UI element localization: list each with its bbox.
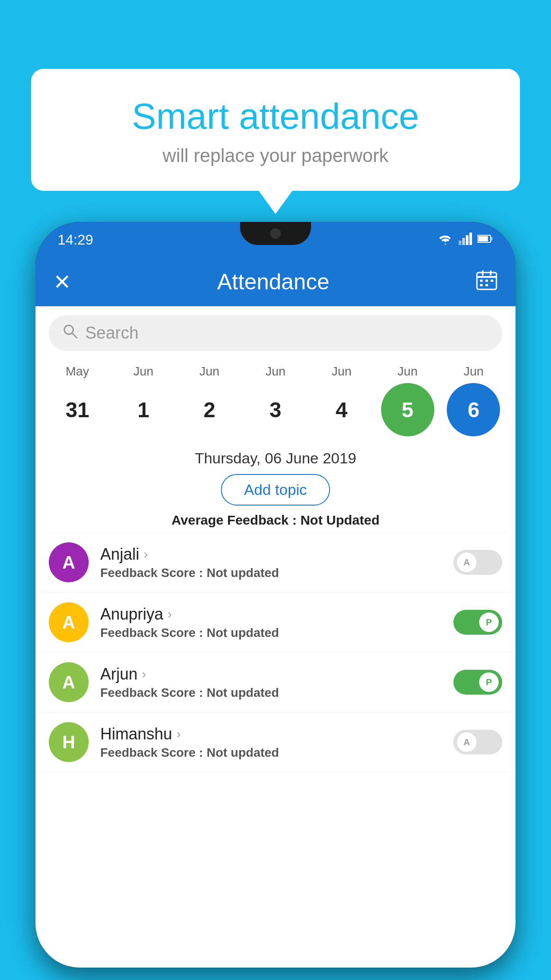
status-time: 14:29 (58, 232, 93, 248)
toggle-anupriya[interactable]: P (453, 610, 502, 635)
camera-dot (270, 228, 281, 239)
avg-feedback: Average Feedback : Not Updated (44, 513, 507, 528)
student-item-himanshu[interactable]: H Himanshu › Feedback Score : Not update… (35, 712, 516, 772)
svg-rect-1 (462, 238, 465, 245)
date-item-4[interactable]: 4 (315, 383, 368, 436)
calendar-month-6[interactable]: Jun (447, 364, 500, 379)
app-bar: ✕ Attendance (35, 257, 516, 306)
student-name-anjali: Anjali › (100, 545, 453, 564)
bubble-title: Smart attendance (58, 95, 493, 137)
search-input-wrapper[interactable]: Search (49, 315, 502, 351)
wifi-icon (437, 233, 453, 247)
status-bar: 14:29 (35, 222, 516, 257)
chevron-icon-anupriya: › (168, 607, 172, 621)
student-avatar-arjun: A (49, 662, 89, 702)
svg-rect-2 (466, 235, 468, 245)
calendar-month-5[interactable]: Jun (381, 364, 434, 379)
phone-container: 14:29 (35, 222, 516, 980)
phone-screen: ✕ Attendance (35, 257, 516, 968)
date-item-2[interactable]: 2 (183, 383, 236, 436)
calendar-month-1[interactable]: Jun (117, 364, 170, 379)
search-bar: Search (35, 306, 516, 356)
student-name-himanshu: Himanshu › (100, 725, 453, 743)
student-feedback-anjali: Feedback Score : Not updated (100, 566, 453, 580)
avg-feedback-value: Not Updated (300, 513, 379, 527)
chevron-icon-anjali: › (144, 547, 148, 561)
search-placeholder: Search (85, 324, 138, 343)
student-avatar-anjali: A (49, 542, 89, 582)
signal-icon (459, 233, 472, 247)
student-feedback-himanshu: Feedback Score : Not updated (100, 746, 453, 760)
student-avatar-anupriya: A (49, 602, 89, 642)
svg-rect-8 (477, 276, 496, 278)
selected-date-text: Thursday, 06 June 2019 (44, 450, 507, 467)
svg-rect-6 (478, 236, 488, 241)
svg-rect-12 (485, 280, 488, 282)
calendar-months-row: May Jun Jun Jun Jun Jun Jun (35, 356, 516, 381)
svg-line-17 (72, 333, 77, 338)
student-info-anupriya: Anupriya › Feedback Score : Not updated (89, 605, 453, 640)
selected-date-section: Thursday, 06 June 2019 Add topic Average… (35, 445, 516, 528)
svg-rect-11 (480, 280, 483, 282)
search-icon (62, 323, 78, 343)
student-info-arjun: Arjun › Feedback Score : Not updated (89, 665, 453, 700)
calendar-month-3[interactable]: Jun (249, 364, 302, 379)
toggle-anjali[interactable]: A (453, 550, 502, 575)
date-item-0[interactable]: 31 (51, 383, 104, 436)
toggle-arjun[interactable]: P (453, 670, 502, 695)
calendar-icon[interactable] (476, 269, 498, 295)
close-button[interactable]: ✕ (53, 269, 71, 294)
student-item-anjali[interactable]: A Anjali › Feedback Score : Not updated (35, 533, 516, 593)
student-feedback-anupriya: Feedback Score : Not updated (100, 626, 453, 640)
student-item-arjun[interactable]: A Arjun › Feedback Score : Not updated (35, 652, 516, 712)
date-item-5[interactable]: 5 (381, 383, 434, 436)
app-bar-title: Attendance (217, 269, 330, 295)
student-item-anupriya[interactable]: A Anupriya › Feedback Score : Not update… (35, 593, 516, 652)
speech-bubble-container: Smart attendance will replace your paper… (31, 69, 520, 191)
student-info-himanshu: Himanshu › Feedback Score : Not updated (89, 725, 453, 760)
calendar-dates-row: 31 1 2 3 4 5 6 (35, 381, 516, 445)
speech-bubble: Smart attendance will replace your paper… (31, 69, 520, 191)
date-item-1[interactable]: 1 (117, 383, 170, 436)
student-list: A Anjali › Feedback Score : Not updated (35, 533, 516, 772)
calendar-month-2[interactable]: Jun (183, 364, 236, 379)
toggle-himanshu[interactable]: A (453, 730, 502, 755)
svg-rect-13 (491, 280, 493, 282)
avg-feedback-label: Average Feedback : (171, 513, 300, 527)
student-name-anupriya: Anupriya › (100, 605, 453, 624)
svg-rect-15 (485, 284, 488, 286)
svg-rect-3 (469, 233, 472, 245)
chevron-icon-himanshu: › (177, 727, 181, 741)
status-icons (437, 233, 493, 247)
svg-rect-10 (490, 270, 492, 276)
svg-rect-14 (480, 284, 483, 286)
phone-notch (240, 222, 311, 245)
add-topic-button[interactable]: Add topic (221, 474, 330, 506)
date-item-6[interactable]: 6 (447, 383, 500, 436)
calendar-month-4[interactable]: Jun (315, 364, 368, 379)
student-name-arjun: Arjun › (100, 665, 453, 684)
battery-icon (477, 234, 493, 245)
calendar-month-0[interactable]: May (51, 364, 104, 379)
chevron-icon-arjun: › (142, 667, 146, 681)
student-info-anjali: Anjali › Feedback Score : Not updated (89, 545, 453, 580)
svg-rect-5 (491, 237, 492, 241)
student-avatar-himanshu: H (49, 722, 89, 762)
date-item-3[interactable]: 3 (249, 383, 302, 436)
svg-rect-9 (482, 270, 484, 276)
student-feedback-arjun: Feedback Score : Not updated (100, 686, 453, 700)
svg-rect-0 (459, 241, 461, 245)
bubble-subtitle: will replace your paperwork (58, 145, 493, 166)
content-area: Search May Jun Jun Jun Jun Jun Jun 31 1 (35, 306, 516, 968)
phone: 14:29 (35, 222, 516, 968)
